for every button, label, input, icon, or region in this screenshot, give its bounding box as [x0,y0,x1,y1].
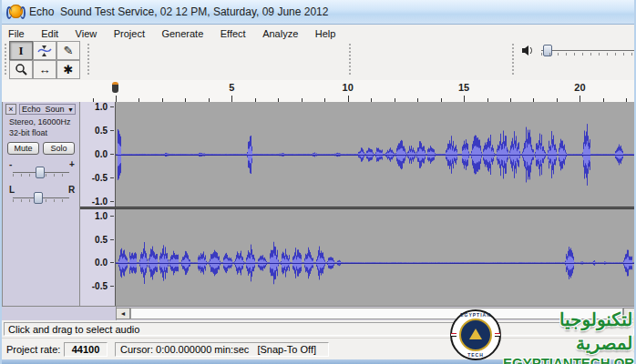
ruler-label: 0.5 [95,235,108,246]
timeline-label: 10 [343,82,354,93]
waveform-channel-2[interactable] [116,209,636,306]
pyramid-icon [469,329,482,339]
window-title: Echo Sound Test Service, 02 12 PM, Satur… [29,5,328,18]
ruler-label: 1.0 [95,102,108,113]
pencil-icon: ✎ [64,45,74,56]
track-format-info: Stereo, 16000Hz [9,117,71,126]
ruler-label: 1.0 [95,211,108,222]
waveform-channel-1[interactable] [116,102,636,207]
track-control-panel: × ▼Echo Soun Stereo, 16000Hz 32-bit floa… [2,102,80,306]
output-volume-slider[interactable] [541,50,636,51]
watermark-text: التكنولوجيا المصرية EGYPTIANTECH.ORG [503,308,636,364]
gain-slider-thumb[interactable] [36,167,45,178]
project-rate-label: Project rate: [6,344,60,355]
multi-tool-button[interactable]: ✱ [56,60,80,79]
magnifier-icon [15,63,28,76]
timeline-tick [231,96,232,102]
timeline-tick [464,96,465,102]
title-bar[interactable]: Echo Sound Test Service, 02 12 PM, Satur… [2,0,636,25]
pan-right-label: R [68,186,75,195]
ruler-label: 0.5 [95,126,108,136]
watermark-arabic-text: التكنولوجيا المصرية [503,308,636,355]
selection-tool-button[interactable]: I [9,41,33,60]
envelope-tool-button[interactable] [33,41,56,60]
toolbar-grip[interactable] [4,43,7,76]
gain-min-label: - [9,160,12,169]
track-close-button[interactable]: × [5,104,16,115]
logo-top-text: EGYPTIAN [452,312,499,318]
ruler-label: 0.0 [95,258,108,268]
pan-left-label: L [9,186,15,195]
pan-slider-thumb[interactable] [34,192,43,204]
scroll-left-button[interactable]: ◄ [116,308,130,319]
watermark: EGYPTIAN TECH التكنولوجيا المصرية EGYPTI… [446,308,636,364]
egypt-flag-icon [451,333,456,337]
toolbar-grip[interactable] [511,43,515,76]
project-rate-value[interactable]: 44100 [64,342,108,357]
chevron-down-icon: ▼ [67,105,74,115]
timeline-label: 5 [229,82,234,93]
track-bitdepth-info: 32-bit float [9,128,47,137]
egypt-flag-icon [495,333,500,337]
vertical-ruler-channel-2: 1.0 0.5 0.0 -0.5 [80,209,116,306]
output-volume-speaker-icon [521,45,534,56]
track-title-text: Echo Soun [22,105,65,114]
cursor-position-text: Cursor: 0:00.000000 min:sec [Snap-To Off… [115,342,329,357]
ruler-label: 0.0 [95,149,108,160]
asterisk-icon: ✱ [64,64,74,76]
ibeam-icon: I [18,45,23,56]
timeline-tick [580,96,580,102]
menu-bar: File Edit View Project Generate Effect A… [2,25,636,40]
audacity-logo-icon [9,5,23,18]
track-title-menu[interactable]: ▼Echo Soun [19,104,76,115]
timeline-ruler[interactable]: 05101520 [2,80,636,103]
toolbar-grip[interactable] [348,43,352,76]
draw-tool-button[interactable]: ✎ [56,41,80,60]
gain-max-label: + [69,160,75,169]
logo-bottom-text: TECH [452,352,499,358]
watermark-domain-text: EGYPTIANTECH.ORG [503,355,636,364]
double-arrow-icon: ↔ [39,64,51,76]
timeline-cursor-pin[interactable] [112,82,118,93]
timeline-label: 20 [574,82,585,93]
zoom-tool-button[interactable] [9,60,33,79]
audacity-window: { "window": { "title": "Echo \u00a0Sound… [0,0,636,364]
ruler-label: -0.5 [92,173,108,184]
output-volume-slider-ticks [541,53,636,56]
timeline-tick [348,96,349,102]
envelope-icon [37,45,52,57]
scrollbar-left-pad [2,307,117,320]
vertical-ruler-channel-1: 1.0 0.5 0.0 -0.5 -1.0 [80,102,116,207]
time-shift-tool-button[interactable]: ↔ [33,60,56,79]
mute-button[interactable]: Mute [7,142,39,155]
timeline-label: 15 [458,82,469,93]
solo-button[interactable]: Solo [43,142,75,155]
toolbar: I ✎ ↔ ✱ [2,39,636,81]
toolbar-grip[interactable] [87,43,90,76]
logo-emblem [459,318,492,351]
ruler-label: -0.5 [92,281,108,292]
timeline-tick [116,96,117,102]
egyptiantech-logo: EGYPTIAN TECH [450,309,501,360]
